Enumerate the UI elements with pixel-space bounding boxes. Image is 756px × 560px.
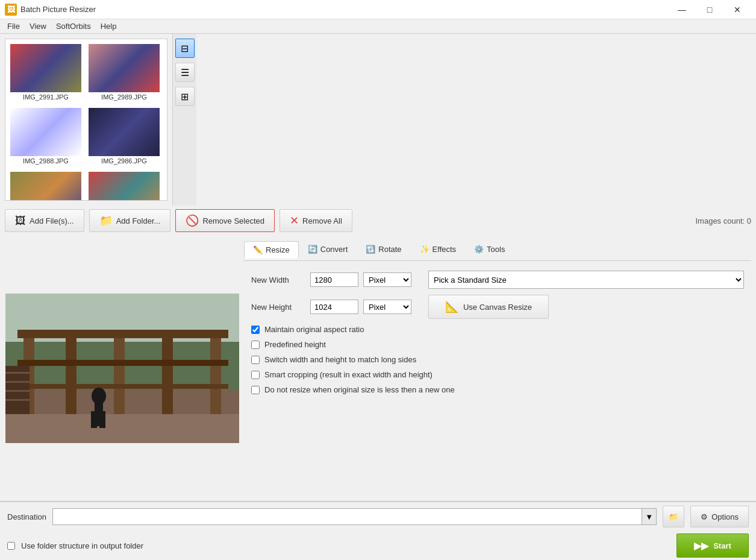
smart-cropping-checkbox[interactable]: [251, 371, 260, 379]
svg-rect-20: [5, 399, 30, 401]
resize-panel: ✏️ Resize 🔄 Convert 🔃 Rotate ✨ Effects: [244, 236, 756, 501]
predefined-height-row: Predefined height: [251, 340, 744, 349]
main-toolbar: 🖼 Add File(s)... 📁 Add Folder... 🚫 Remov…: [0, 206, 756, 236]
tools-tab-label: Tools: [487, 245, 505, 254]
browse-folder-icon: 📁: [669, 512, 678, 521]
height-label: New Height: [251, 303, 305, 312]
svg-rect-9: [17, 360, 228, 366]
height-row: New Height Pixel Percent Cm Inch 📐 Use C…: [251, 295, 744, 319]
folder-structure-label[interactable]: Use folder structure in output folder: [21, 541, 143, 550]
list-item[interactable]: IMG_2991.JPG: [8, 42, 84, 103]
width-label: New Width: [251, 275, 305, 285]
tab-convert[interactable]: 🔄 Convert: [299, 241, 357, 258]
width-unit-select[interactable]: Pixel Percent Cm Inch: [363, 272, 411, 287]
add-folder-label: Add Folder...: [116, 216, 161, 225]
list-item[interactable]: IMG_2984.JPG: [86, 169, 162, 201]
svg-rect-14: [91, 411, 97, 428]
list-item[interactable]: IMG_2989.JPG: [86, 42, 162, 103]
start-button[interactable]: ▶▶ Start: [676, 533, 749, 558]
maintain-ratio-checkbox[interactable]: [251, 326, 260, 334]
view-thumbnail-button[interactable]: ⊟: [175, 39, 195, 58]
svg-rect-17: [5, 372, 30, 374]
tab-rotate[interactable]: 🔃 Rotate: [357, 241, 410, 258]
no-resize-checkbox[interactable]: [251, 386, 260, 394]
image-gallery: IMG_2991.JPG IMG_2989.JPG IMG_2988.JPG I…: [5, 39, 167, 201]
list-item[interactable]: IMG_2985.JPG: [8, 169, 84, 201]
view-toolbar: ⊟ ☰ ⊞: [172, 34, 196, 206]
add-folder-button[interactable]: 📁 Add Folder...: [89, 209, 171, 232]
remove-selected-label: Remove Selected: [202, 216, 264, 225]
width-row: New Width Pixel Percent Cm Inch Pick a S…: [251, 271, 744, 289]
svg-rect-10: [17, 384, 228, 389]
remove-selected-button[interactable]: 🚫 Remove Selected: [175, 209, 275, 232]
close-button[interactable]: ✕: [723, 0, 751, 19]
standard-size-select[interactable]: Pick a Standard Size 800x600 1024x768 12…: [428, 271, 744, 289]
tools-tab-icon: ⚙️: [474, 245, 484, 254]
menu-help[interactable]: Help: [96, 20, 122, 32]
no-resize-row: Do not resize when original size is less…: [251, 385, 744, 394]
svg-rect-19: [5, 390, 30, 392]
options-button[interactable]: ⚙ Options: [690, 506, 749, 527]
smart-cropping-label[interactable]: Smart cropping (result in exact width an…: [264, 370, 433, 379]
no-resize-label[interactable]: Do not resize when original size is less…: [264, 385, 455, 394]
svg-rect-11: [5, 414, 239, 443]
svg-rect-15: [99, 411, 105, 428]
width-input[interactable]: [310, 272, 358, 287]
menu-file[interactable]: File: [2, 20, 25, 32]
destination-input[interactable]: [52, 508, 642, 525]
resize-tab-label: Resize: [266, 245, 290, 254]
maintain-ratio-label[interactable]: Maintain original aspect ratio: [264, 325, 364, 334]
add-files-label: Add File(s)...: [30, 216, 74, 225]
preview-area: [0, 236, 244, 501]
maintain-ratio-row: Maintain original aspect ratio: [251, 325, 744, 334]
start-icon: ▶▶: [694, 540, 708, 552]
options-gear-icon: ⚙: [701, 512, 708, 521]
tab-tools[interactable]: ⚙️ Tools: [465, 241, 514, 258]
thumb-label: IMG_2991.JPG: [23, 93, 69, 101]
smart-cropping-row: Smart cropping (result in exact width an…: [251, 370, 744, 379]
remove-all-label: Remove All: [302, 216, 342, 225]
effects-tab-label: Effects: [433, 245, 457, 254]
thumb-label: IMG_2989.JPG: [101, 93, 147, 101]
folder-structure-checkbox[interactable]: [7, 542, 15, 550]
height-input[interactable]: [310, 300, 358, 314]
window-controls: — □ ✕: [668, 0, 751, 19]
switch-dimensions-label[interactable]: Switch width and height to match long si…: [264, 355, 416, 364]
convert-tab-label: Convert: [320, 245, 348, 254]
effects-tab-icon: ✨: [420, 245, 430, 254]
switch-dimensions-checkbox[interactable]: [251, 356, 260, 364]
thumb-label: IMG_2988.JPG: [23, 157, 69, 165]
canvas-resize-button[interactable]: 📐 Use Canvas Resize: [428, 295, 549, 319]
view-list-button[interactable]: ☰: [175, 63, 195, 82]
remove-all-button[interactable]: ✕ Remove All: [280, 209, 352, 232]
resize-tab-icon: ✏️: [253, 245, 263, 254]
canvas-resize-icon: 📐: [445, 300, 458, 313]
tab-resize[interactable]: ✏️ Resize: [244, 241, 299, 259]
minimize-button[interactable]: —: [668, 0, 696, 19]
rotate-tab-label: Rotate: [378, 245, 401, 254]
predefined-height-checkbox[interactable]: [251, 341, 260, 349]
resize-form: New Width Pixel Percent Cm Inch Pick a S…: [244, 266, 751, 405]
rotate-tab-icon: 🔃: [366, 245, 375, 254]
remove-selected-icon: 🚫: [186, 214, 199, 227]
predefined-height-label[interactable]: Predefined height: [264, 340, 326, 349]
menu-softorbits[interactable]: SoftOrbits: [51, 20, 96, 32]
left-panel: IMG_2991.JPG IMG_2989.JPG IMG_2988.JPG I…: [0, 34, 756, 501]
preview-image: [5, 294, 239, 443]
remove-all-icon: ✕: [290, 214, 299, 227]
list-item[interactable]: IMG_2986.JPG: [86, 105, 162, 167]
destination-label: Destination: [7, 512, 46, 521]
tab-effects[interactable]: ✨ Effects: [411, 241, 466, 258]
browse-folder-button[interactable]: 📁: [663, 506, 684, 527]
destination-dropdown-arrow[interactable]: ▼: [642, 508, 657, 525]
list-item[interactable]: IMG_2988.JPG: [8, 105, 84, 167]
switch-dimensions-row: Switch width and height to match long si…: [251, 355, 744, 364]
add-files-button[interactable]: 🖼 Add File(s)...: [5, 209, 84, 232]
thumb-label: IMG_2986.JPG: [101, 157, 147, 165]
convert-tab-icon: 🔄: [308, 245, 317, 254]
menu-view[interactable]: View: [25, 20, 51, 32]
height-unit-select[interactable]: Pixel Percent Cm Inch: [363, 300, 411, 314]
images-count: Images count: 0: [695, 216, 751, 225]
view-grid-button[interactable]: ⊞: [175, 87, 195, 106]
maximize-button[interactable]: □: [696, 0, 723, 19]
